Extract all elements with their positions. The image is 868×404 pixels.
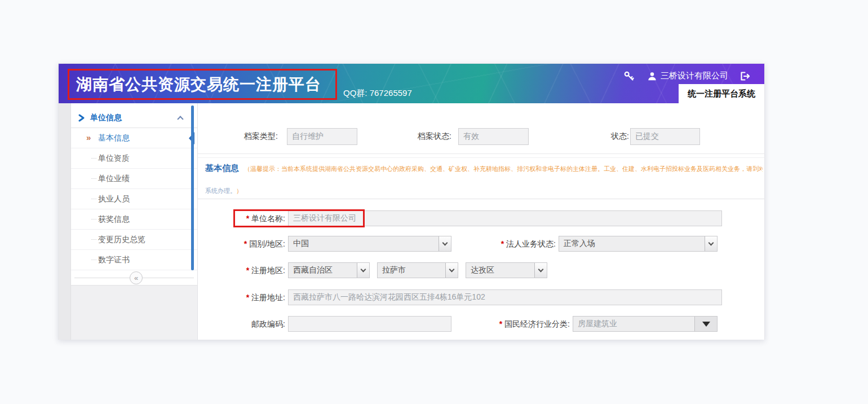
status-input[interactable] (630, 128, 700, 145)
chevron-down-icon (449, 267, 455, 273)
user-icon (647, 71, 657, 81)
unit-name-label: *单位名称: (218, 210, 285, 226)
dropdown-button[interactable] (705, 236, 717, 251)
page: { "ui": { "required_mark": "*", "collaps… (0, 0, 868, 404)
active-marker-icon: » (86, 133, 91, 142)
sidebar-collapse-row: « (71, 271, 197, 285)
chevron-down-icon (708, 240, 714, 246)
sidebar-item-label: 单位业绩 (98, 174, 130, 184)
qq-group-label: QQ群: 767265597 (343, 88, 412, 99)
sidebar-group-label: 单位信息 (90, 113, 122, 123)
triangle-down-icon (702, 322, 710, 327)
dropdown-button[interactable] (445, 263, 458, 278)
district-select[interactable]: 达孜区 (466, 262, 547, 278)
industry-select[interactable]: 房屋建筑业 (573, 316, 718, 332)
archive-type-label: 档案类型: (209, 128, 278, 144)
left-edge-strip (59, 103, 71, 340)
sidebar-collapse-button[interactable]: « (130, 271, 143, 284)
section-title: 基本信息 (205, 163, 239, 174)
reg-address-input[interactable] (288, 289, 722, 305)
archive-type-input[interactable] (287, 128, 357, 145)
sidebar-item-label: 数字证书 (98, 255, 130, 265)
main-content: 档案类型: 档案状态: 状态: 基本信息 （温馨提示：当前本系统提供湖南省公共资… (198, 103, 764, 340)
legal-status-label: *法人业务状态: (488, 236, 556, 252)
sidebar-item-basic-info[interactable]: » 基本信息 (71, 128, 197, 148)
chevron-down-icon (361, 267, 366, 273)
sidebar-item-unit-performance[interactable]: 单位业绩 (71, 169, 197, 189)
company-name: 三桥设计有限公司 (661, 71, 728, 81)
industry-label: *国民经济行业分类: (485, 316, 570, 332)
dropdown-button[interactable] (694, 317, 717, 331)
dropdown-button[interactable] (439, 236, 451, 251)
sidebar-item-practitioners[interactable]: 执业人员 (71, 189, 197, 209)
archive-status-label: 档案状态: (389, 128, 451, 144)
collapse-caret-icon[interactable] (177, 116, 183, 122)
archive-status-input[interactable] (458, 128, 529, 145)
city-select[interactable]: 拉萨市 (377, 262, 458, 278)
section-hint-line1: （温馨提示：当前本系统提供湖南省公共资源交易中心的政府采购、交通、矿业权、补充耕… (244, 165, 763, 173)
tab-unified-registration-system[interactable]: 统一注册平台系统 (679, 84, 764, 103)
sidebar-item-awards[interactable]: 获奖信息 (71, 209, 197, 230)
sidebar-item-digital-certificate[interactable]: 数字证书 (71, 250, 197, 270)
sidebar-item-unit-qualification[interactable]: 单位资质 (71, 148, 197, 169)
logout-icon[interactable] (739, 71, 751, 82)
section-hint-line2: 系统办理。） (205, 187, 242, 195)
dropdown-button[interactable] (534, 263, 547, 278)
postal-code-label: 邮政编码: (218, 316, 285, 332)
chevron-down-icon (538, 267, 544, 273)
reg-region-label: *注册地区: (218, 262, 285, 278)
sidebar-scrollbar[interactable] (191, 106, 194, 270)
header-banner: 湖南省公共资源交易统一注册平台 QQ群: 767265597 三桥设计有限公司 (59, 64, 764, 103)
sidebar-item-label: 基本信息 (98, 133, 130, 143)
app-window: 湖南省公共资源交易统一注册平台 QQ群: 767265597 三桥设计有限公司 (58, 63, 765, 340)
reg-address-label: *注册地址: (218, 289, 285, 305)
sidebar-footer-panel (71, 285, 197, 340)
sidebar-item-label: 变更历史总览 (98, 235, 145, 245)
status-label: 状态: (581, 128, 629, 144)
country-label: *国别/地区: (218, 236, 285, 252)
legal-status-select[interactable]: 正常入场 (559, 236, 718, 252)
unit-name-input[interactable] (288, 210, 722, 226)
sidebar: 单位信息 » 基本信息 单位资质 单位业绩 执业人员 获奖信息 变更历史总览 (71, 103, 198, 340)
postal-code-input[interactable] (288, 316, 451, 332)
chevron-down-icon (442, 240, 448, 246)
current-user[interactable]: 三桥设计有限公司 (647, 71, 728, 81)
sidebar-group-unit-info[interactable]: 单位信息 (71, 108, 197, 128)
annotation-box-title: 湖南省公共资源交易统一注册平台 (68, 69, 337, 100)
basic-info-section-band (198, 157, 764, 199)
sidebar-item-label: 单位资质 (98, 153, 130, 164)
sidebar-item-label: 获奖信息 (98, 214, 130, 225)
country-select[interactable]: 中国 (288, 236, 451, 252)
sidebar-item-change-history[interactable]: 变更历史总览 (71, 230, 197, 250)
sidebar-item-label: 执业人员 (98, 194, 130, 204)
dropdown-button[interactable] (357, 263, 369, 278)
key-icon[interactable] (623, 71, 635, 82)
province-select[interactable]: 西藏自治区 (288, 262, 370, 278)
chevron-right-icon (78, 114, 85, 122)
page-title: 湖南省公共资源交易统一注册平台 (76, 74, 321, 95)
